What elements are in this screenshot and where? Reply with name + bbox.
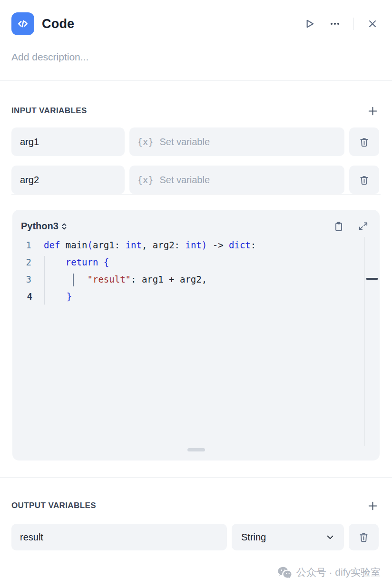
line-number: 4	[13, 288, 32, 305]
section-divider	[0, 80, 392, 81]
set-variable-input[interactable]: {x} Set variable	[129, 166, 344, 194]
clipboard-icon	[333, 221, 344, 232]
section-divider	[11, 194, 381, 195]
code-token: main	[60, 240, 87, 250]
code-token: int	[185, 240, 201, 250]
output-variable-row: result String	[0, 524, 392, 550]
code-editor[interactable]: Python3 1def main(arg1: int	[12, 210, 380, 461]
input-variable-row: arg2 {x} Set variable	[0, 166, 392, 194]
code-token: :	[251, 240, 256, 250]
variable-badge-icon: {x}	[137, 175, 154, 185]
code-line-text: "result": arg1 + arg2,	[31, 271, 207, 288]
header-actions	[302, 17, 380, 31]
code-token: : arg1 + arg2,	[131, 274, 207, 284]
plus-icon	[367, 105, 379, 117]
text-cursor	[73, 274, 74, 286]
play-icon	[303, 18, 315, 30]
set-variable-placeholder: Set variable	[159, 175, 210, 186]
line-number: 2	[12, 254, 31, 271]
more-options-button[interactable]	[328, 17, 342, 31]
copy-code-button[interactable]	[332, 219, 346, 234]
delete-variable-button[interactable]	[349, 166, 379, 194]
code-token: arg1:	[93, 240, 126, 250]
indent-guide	[44, 256, 45, 304]
delete-output-button[interactable]	[349, 524, 379, 550]
code-line-text: def main(arg1: int, arg2: int) -> dict:	[31, 236, 256, 254]
code-token: int	[126, 240, 142, 250]
code-lines: 1def main(arg1: int, arg2: int) -> dict:…	[12, 236, 380, 305]
input-variables-title: INPUT VARIABLES	[11, 106, 87, 116]
editor-resize-handle[interactable]	[187, 448, 205, 451]
close-icon	[367, 18, 378, 29]
code-token: "result"	[88, 274, 131, 284]
code-line[interactable]: 2 return {	[12, 254, 380, 271]
editor-scrollbar[interactable]	[364, 237, 365, 446]
line-number: 3	[12, 271, 31, 288]
plus-icon	[367, 500, 379, 512]
code-token: , arg2:	[142, 240, 186, 250]
watermark: 公众号 · dify实验室	[277, 566, 381, 579]
output-variables-title: OUTPUT VARIABLES	[11, 501, 96, 510]
code-token: )	[202, 240, 207, 250]
add-output-variable-button[interactable]	[365, 499, 380, 513]
panel-header: Code	[0, 0, 392, 35]
output-variables-header: OUTPUT VARIABLES	[0, 499, 392, 513]
trash-icon	[359, 175, 370, 186]
code-token: }	[67, 291, 72, 302]
wechat-icon	[277, 566, 293, 578]
code-token	[45, 291, 67, 302]
code-editor-header: Python3	[12, 210, 380, 235]
overview-ruler-mark	[366, 278, 378, 280]
section-divider	[0, 477, 392, 478]
editor-actions	[332, 219, 370, 234]
chevron-down-icon	[325, 532, 335, 542]
line-number: 1	[12, 236, 31, 254]
description-input[interactable]: Add description...	[0, 51, 392, 63]
expand-editor-button[interactable]	[356, 219, 370, 234]
variable-badge-icon: {x}	[137, 137, 154, 147]
set-variable-placeholder: Set variable	[159, 137, 210, 147]
bottom-divider	[0, 584, 392, 584]
watermark-text: 公众号 · dify实验室	[296, 566, 381, 579]
code-line[interactable]: 4 }	[12, 288, 380, 305]
code-node-panel: Code Add description... INPUT	[0, 0, 392, 588]
code-node-icon	[11, 12, 34, 35]
code-token: return	[66, 257, 98, 267]
delete-variable-button[interactable]	[349, 127, 379, 156]
code-line[interactable]: 3 "result": arg1 + arg2,	[12, 271, 380, 288]
code-token: {	[104, 257, 109, 267]
code-token	[44, 274, 88, 284]
code-area[interactable]: 1def main(arg1: int, arg2: int) -> dict:…	[12, 236, 380, 305]
input-variable-row: arg1 {x} Set variable	[0, 127, 392, 156]
code-line-text: return {	[31, 254, 109, 271]
ellipsis-icon	[329, 18, 341, 29]
input-variables-header: INPUT VARIABLES	[0, 104, 392, 118]
output-type-value: String	[241, 532, 266, 543]
variable-name-input[interactable]: arg2	[11, 166, 125, 194]
output-type-select[interactable]: String	[232, 524, 344, 550]
variable-name-input[interactable]: arg1	[11, 127, 125, 156]
language-selector[interactable]: Python3	[21, 221, 68, 232]
close-button[interactable]	[365, 17, 380, 31]
node-title: Code	[42, 17, 74, 31]
code-token: ->	[207, 240, 229, 250]
code-token: def	[44, 240, 60, 250]
trash-icon	[358, 532, 369, 543]
header-divider	[353, 18, 354, 30]
chevron-updown-icon	[61, 222, 68, 231]
code-token	[44, 257, 66, 267]
add-input-variable-button[interactable]	[365, 104, 380, 118]
output-name-input[interactable]: result	[11, 524, 227, 550]
run-button[interactable]	[302, 17, 316, 31]
code-brackets-icon	[17, 18, 29, 30]
code-line[interactable]: 1def main(arg1: int, arg2: int) -> dict:	[12, 236, 380, 254]
set-variable-input[interactable]: {x} Set variable	[129, 127, 344, 156]
code-line-text: }	[32, 288, 72, 305]
code-token: (	[88, 240, 93, 250]
language-label: Python3	[21, 221, 59, 232]
code-token	[98, 257, 103, 267]
expand-icon	[358, 221, 369, 232]
trash-icon	[359, 137, 370, 147]
code-token: dict	[229, 240, 251, 250]
